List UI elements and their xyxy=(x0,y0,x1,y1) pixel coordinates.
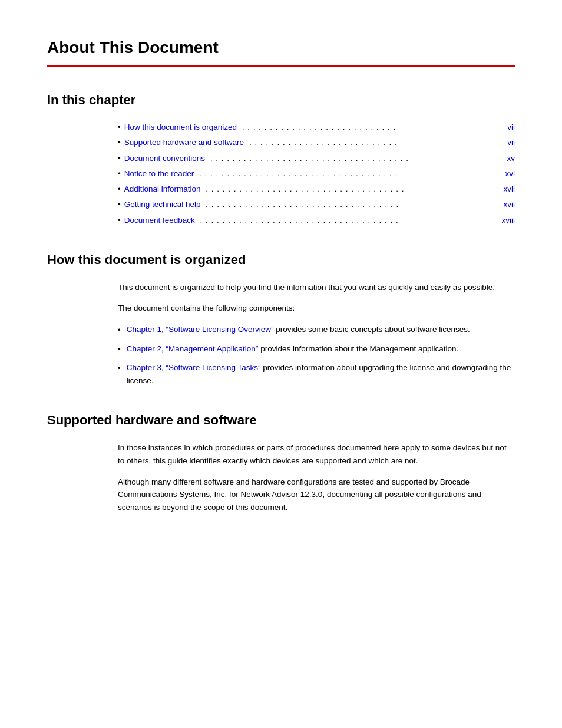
how-organized-heading: How this document is organized xyxy=(47,250,515,269)
bullet-dot: • xyxy=(118,362,121,375)
toc-page-5[interactable]: xvii xyxy=(497,183,515,195)
toc-dots-2: . . . . . . . . . . . . . . . . . . . . … xyxy=(246,137,495,149)
toc-item-7: • Document feedback . . . . . . . . . . … xyxy=(118,215,515,226)
toc-page-2[interactable]: vii xyxy=(497,137,515,149)
toc-container: • How this document is organized . . . .… xyxy=(118,121,515,226)
toc-link-5[interactable]: Additional information xyxy=(124,183,201,195)
toc-dots-7: . . . . . . . . . . . . . . . . . . . . … xyxy=(197,215,495,226)
toc-link-4[interactable]: Notice to the reader xyxy=(124,168,194,180)
toc-page-3[interactable]: xv xyxy=(497,153,515,164)
toc-bullet-1: • xyxy=(118,121,121,133)
supported-hardware-section: Supported hardware and software In those… xyxy=(47,410,515,513)
list-item: • Chapter 3, “Software Licensing Tasks” … xyxy=(118,361,515,387)
chapter1-text: provides some basic concepts about softw… xyxy=(274,325,470,334)
toc-link-7[interactable]: Document feedback xyxy=(124,215,195,226)
supported-hardware-paragraph2: Although many different software and har… xyxy=(118,476,515,514)
toc-page-1[interactable]: vii xyxy=(497,121,515,133)
toc-page-7[interactable]: xviii xyxy=(497,215,515,226)
chapter2-link[interactable]: Chapter 2, “Management Application” xyxy=(127,344,259,353)
toc-bullet-7: • xyxy=(118,215,121,226)
toc-bullet-4: • xyxy=(118,168,121,180)
chapter2-text: provides information about the Managemen… xyxy=(258,344,458,353)
toc-item-3: • Document conventions . . . . . . . . .… xyxy=(118,153,515,164)
page-container: About This Document In this chapter • Ho… xyxy=(0,0,562,728)
toc-dots-5: . . . . . . . . . . . . . . . . . . . . … xyxy=(203,183,495,195)
in-this-chapter-section: In this chapter • How this document is o… xyxy=(47,90,515,226)
toc-link-6[interactable]: Getting technical help xyxy=(124,199,201,210)
list-item-text: Chapter 1, “Software Licensing Overview”… xyxy=(127,323,470,336)
toc-link-2[interactable]: Supported hardware and software xyxy=(124,137,244,149)
toc-page-6[interactable]: xvii xyxy=(497,199,515,210)
toc-bullet-3: • xyxy=(118,153,121,164)
toc-dots-6: . . . . . . . . . . . . . . . . . . . . … xyxy=(203,199,495,210)
toc-page-4[interactable]: xvi xyxy=(497,168,515,180)
toc-item-1: • How this document is organized . . . .… xyxy=(118,121,515,133)
toc-dots-3: . . . . . . . . . . . . . . . . . . . . … xyxy=(207,153,495,164)
how-organized-body: This document is organized to help you f… xyxy=(118,281,515,387)
bullet-dot: • xyxy=(118,343,121,356)
bullet-dot: • xyxy=(118,324,121,337)
toc-item-5: • Additional information . . . . . . . .… xyxy=(118,183,515,195)
toc-bullet-2: • xyxy=(118,137,121,149)
toc-bullet-5: • xyxy=(118,183,121,195)
toc-item-2: • Supported hardware and software . . . … xyxy=(118,137,515,149)
chapter3-link[interactable]: Chapter 3, “Software Licensing Tasks” xyxy=(127,363,261,372)
list-item-text: Chapter 2, “Management Application” prov… xyxy=(127,342,459,355)
supported-hardware-body: In those instances in which procedures o… xyxy=(118,442,515,513)
list-item: • Chapter 2, “Management Application” pr… xyxy=(118,342,515,356)
list-item-text: Chapter 3, “Software Licensing Tasks” pr… xyxy=(127,361,515,387)
toc-bullet-6: • xyxy=(118,199,121,210)
toc-link-3[interactable]: Document conventions xyxy=(124,153,205,164)
how-organized-bullet-list: • Chapter 1, “Software Licensing Overvie… xyxy=(118,323,515,387)
toc-dots-4: . . . . . . . . . . . . . . . . . . . . … xyxy=(196,168,495,180)
how-organized-paragraph1: This document is organized to help you f… xyxy=(118,281,515,294)
toc-item-4: • Notice to the reader . . . . . . . . .… xyxy=(118,168,515,180)
page-title: About This Document xyxy=(47,35,515,60)
toc-item-6: • Getting technical help . . . . . . . .… xyxy=(118,199,515,210)
chapter1-link[interactable]: Chapter 1, “Software Licensing Overview” xyxy=(127,325,274,334)
toc-dots-1: . . . . . . . . . . . . . . . . . . . . … xyxy=(239,121,495,133)
list-item: • Chapter 1, “Software Licensing Overvie… xyxy=(118,323,515,337)
red-divider xyxy=(47,65,515,67)
how-organized-paragraph2: The document contains the following comp… xyxy=(118,302,515,315)
in-this-chapter-heading: In this chapter xyxy=(47,90,515,110)
supported-hardware-paragraph1: In those instances in which procedures o… xyxy=(118,442,515,467)
toc-link-1[interactable]: How this document is organized xyxy=(124,121,237,133)
supported-hardware-heading: Supported hardware and software xyxy=(47,410,515,430)
how-organized-section: How this document is organized This docu… xyxy=(47,250,515,387)
